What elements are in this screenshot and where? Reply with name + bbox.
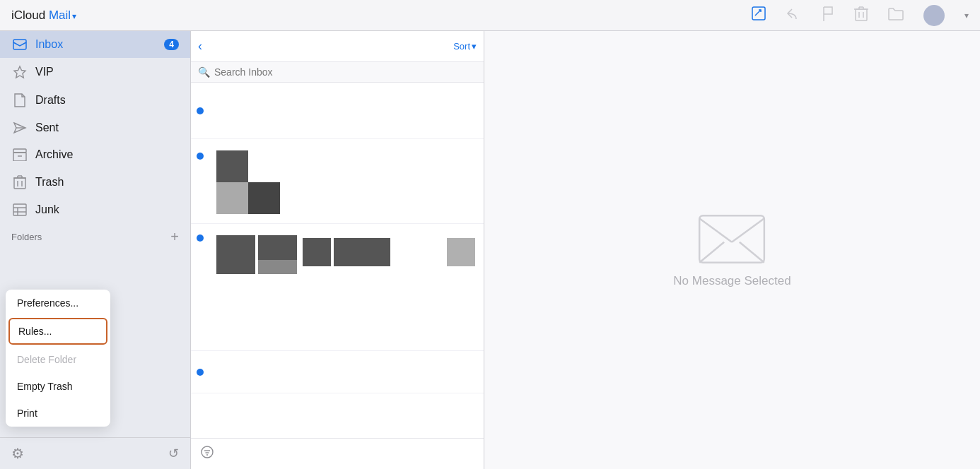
svg-rect-3 (856, 9, 867, 20)
drafts-icon (11, 93, 28, 107)
trash-label: Trash (35, 176, 179, 189)
email-list-footer (191, 438, 484, 469)
settings-icon[interactable]: ⚙ (11, 445, 24, 462)
unread-indicator (197, 153, 204, 160)
search-icon: 🔍 (198, 66, 210, 78)
sidebar-item-drafts[interactable]: Drafts (0, 86, 190, 114)
sort-chevron-icon: ▾ (472, 41, 477, 52)
trash-sidebar-icon (11, 175, 28, 189)
search-input[interactable] (214, 66, 477, 78)
preferences-menu-item[interactable]: Preferences... (6, 290, 110, 316)
svg-line-35 (700, 242, 725, 262)
email-item[interactable] (191, 351, 484, 393)
avatar[interactable] (923, 5, 945, 26)
print-label: Print (17, 408, 37, 419)
unread-indicator (197, 107, 204, 114)
svg-line-1 (755, 10, 761, 16)
unread-indicator (197, 369, 204, 376)
folders-section-header: Folders + (0, 223, 190, 251)
no-message-container: No Message Selected (673, 213, 791, 288)
inbox-icon (11, 39, 28, 50)
sidebar-item-sent[interactable]: Sent (0, 114, 190, 141)
svg-rect-17 (14, 178, 25, 189)
email-item[interactable] (191, 83, 484, 139)
svg-rect-15 (13, 153, 26, 161)
search-bar: 🔍 (191, 62, 484, 83)
detail-panel: No Message Selected (484, 31, 980, 469)
empty-trash-label: Empty Trash (17, 381, 73, 392)
compose-icon[interactable] (751, 6, 766, 25)
svg-marker-11 (14, 66, 25, 78)
drafts-label: Drafts (35, 94, 179, 107)
flag-icon[interactable] (822, 6, 834, 25)
reply-icon[interactable] (786, 6, 802, 24)
sidebar-item-archive[interactable]: Archive (0, 141, 190, 168)
delete-folder-label: Delete Folder (17, 354, 76, 365)
sidebar: Inbox 4 VIP Drafts (0, 31, 191, 469)
print-menu-item[interactable]: Print (6, 400, 110, 427)
inbox-badge: 4 (164, 39, 179, 50)
sent-icon (11, 121, 28, 134)
svg-rect-10 (13, 40, 26, 49)
rules-label: Rules... (18, 326, 52, 337)
add-folder-icon[interactable]: + (170, 229, 179, 245)
app-title: iCloud Mail▾ (11, 8, 76, 23)
archive-icon (11, 148, 28, 161)
folders-label: Folders (11, 232, 42, 242)
email-list-header: ‹ Sort ▾ (191, 31, 484, 62)
junk-icon (11, 203, 28, 216)
sidebar-item-vip[interactable]: VIP (0, 58, 190, 86)
svg-rect-24 (13, 204, 26, 215)
svg-line-34 (732, 218, 764, 242)
svg-rect-0 (752, 7, 765, 20)
envelope-icon (696, 213, 767, 266)
filter-icon[interactable] (199, 446, 215, 462)
svg-line-36 (740, 242, 764, 262)
sort-button[interactable]: Sort ▾ (453, 41, 477, 52)
inbox-label: Inbox (35, 38, 164, 51)
context-menu: Preferences... Rules... Delete Folder Em… (6, 290, 110, 427)
svg-point-28 (202, 446, 213, 458)
refresh-icon[interactable]: ↺ (168, 446, 179, 461)
preferences-label: Preferences... (17, 297, 78, 309)
unread-indicator (197, 234, 204, 242)
email-list (191, 83, 484, 438)
email-item[interactable] (191, 139, 484, 224)
svg-rect-14 (13, 149, 26, 153)
header-chevron[interactable]: ▾ (72, 11, 76, 21)
no-message-text: No Message Selected (673, 274, 791, 288)
delete-folder-menu-item: Delete Folder (6, 346, 110, 373)
sidebar-item-trash[interactable]: Trash (0, 168, 190, 196)
email-item[interactable] (191, 224, 484, 351)
rules-menu-item[interactable]: Rules... (8, 318, 107, 345)
sidebar-footer: ⚙ ↺ (0, 437, 190, 469)
sent-label: Sent (35, 121, 179, 134)
trash-icon[interactable] (854, 6, 868, 25)
junk-label: Junk (35, 203, 179, 216)
svg-line-33 (700, 218, 733, 242)
folder-move-icon[interactable] (888, 6, 904, 24)
email-list-panel: ‹ Sort ▾ 🔍 (191, 31, 484, 469)
archive-label: Archive (35, 148, 179, 161)
sidebar-item-inbox[interactable]: Inbox 4 (0, 31, 190, 58)
sidebar-item-junk[interactable]: Junk (0, 196, 190, 223)
sort-label: Sort (453, 41, 470, 52)
account-chevron-icon[interactable]: ▾ (964, 11, 969, 20)
app-title-colored: Mail (49, 8, 71, 22)
app-header: iCloud Mail▾ (0, 0, 980, 31)
back-button[interactable]: ‹ (198, 39, 202, 54)
vip-label: VIP (35, 66, 179, 78)
empty-trash-menu-item[interactable]: Empty Trash (6, 373, 110, 400)
star-icon (11, 65, 28, 79)
